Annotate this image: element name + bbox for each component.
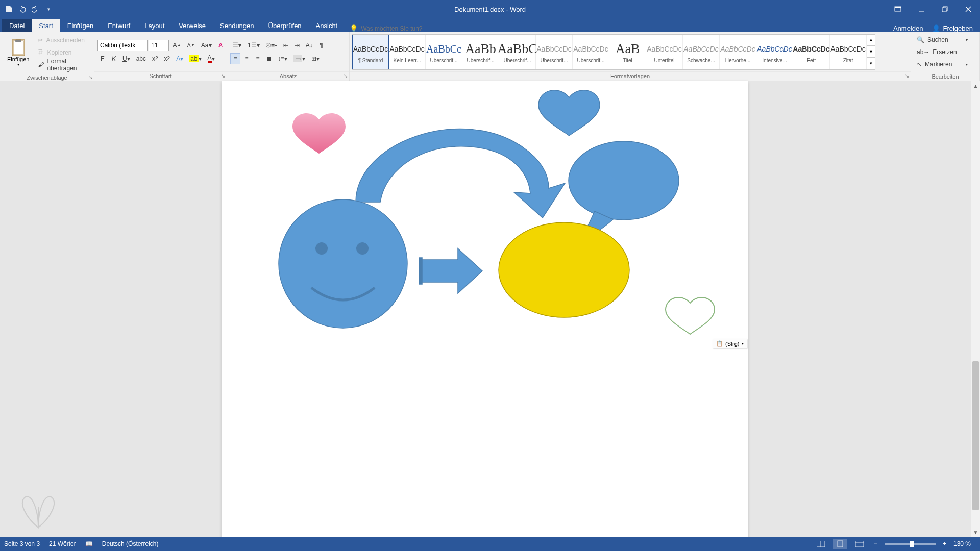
tab-view[interactable]: Ansicht [309,19,345,32]
shape-curved-arrow[interactable] [356,129,565,218]
tab-references[interactable]: Verweise [172,19,213,32]
find-button[interactable]: 🔍Suchen▾ [914,34,970,45]
tab-review[interactable]: Überprüfen [261,19,309,32]
gallery-down-icon[interactable]: ▼ [867,46,875,58]
redo-icon[interactable] [31,5,40,14]
web-layout-button[interactable] [852,539,867,549]
line-spacing-button[interactable]: ↕≡▾ [275,53,290,64]
replace-button[interactable]: ab↔Ersetzen [914,46,970,58]
style-item[interactable]: AaBTitel [609,35,646,69]
align-left-button[interactable]: ≡ [230,53,240,64]
select-button[interactable]: ↖Markieren▾ [914,59,970,70]
scroll-down-icon[interactable]: ▼ [971,528,980,537]
shape-heart-pink[interactable] [292,113,346,154]
share-button[interactable]: 👤 Freigeben [932,24,973,32]
style-item[interactable]: AaBbCcDcIntensive... [756,35,793,69]
change-case-button[interactable]: Aa▾ [199,40,214,51]
font-name-input[interactable] [97,40,148,51]
undo-icon[interactable] [17,5,27,14]
superscript-button[interactable]: x2 [162,53,173,64]
align-right-button[interactable]: ≡ [253,53,263,64]
tell-me-input[interactable] [361,25,463,32]
shape-block-arrow[interactable] [419,248,482,293]
ribbon-display-icon[interactable] [886,0,910,18]
shape-ellipse-yellow[interactable] [499,222,629,317]
text-effects-button[interactable]: A▾ [174,53,186,64]
paragraph-launcher-icon[interactable]: ↘ [344,73,348,79]
paste-options-tag[interactable]: 📋 (Strg) ▾ [713,339,747,348]
scroll-up-icon[interactable]: ▲ [971,81,980,90]
read-mode-button[interactable] [814,539,828,549]
tab-layout[interactable]: Layout [137,19,172,32]
subscript-button[interactable]: x2 [150,53,161,64]
bold-button[interactable]: F [97,53,108,64]
italic-button[interactable]: K [109,53,119,64]
vertical-scrollbar[interactable]: ▲ ▼ [971,81,980,537]
zoom-level[interactable]: 130 % [953,540,976,547]
minimize-icon[interactable] [910,0,933,18]
save-icon[interactable] [4,5,13,14]
paste-button[interactable]: Einfügen ▾ [3,34,33,71]
align-center-button[interactable]: ≡ [241,53,252,64]
status-proofing-icon[interactable]: 📖 [85,540,93,547]
style-item[interactable]: AaBbÜberschrif... [462,35,499,69]
styles-launcher-icon[interactable]: ↘ [905,73,909,79]
style-item[interactable]: AaBbCcDc¶ Standard [352,35,389,69]
grow-font-button[interactable]: A▲ [170,40,184,51]
style-item[interactable]: AaBbCÜberschrif... [499,35,536,69]
tab-mailings[interactable]: Sendungen [213,19,261,32]
borders-button[interactable]: ⊞▾ [309,53,322,64]
font-size-input[interactable] [149,40,169,51]
sign-in-button[interactable]: Anmelden [893,24,923,32]
style-item[interactable]: AaBbCcDcZitat [830,35,867,69]
status-language[interactable]: Deutsch (Österreich) [102,540,159,547]
tab-insert[interactable]: Einfügen [60,19,101,32]
numbering-button[interactable]: 1☰▾ [245,40,262,51]
zoom-in-button[interactable]: + [941,540,948,547]
highlight-button[interactable]: ab▾ [187,53,204,64]
document-page[interactable]: 📋 (Strg) ▾ [222,81,748,550]
sort-button[interactable]: A↓ [303,40,315,51]
format-painter-button[interactable]: 🖌Format übertragen [35,59,96,70]
font-color-button[interactable]: A▾ [205,53,217,64]
copy-button[interactable]: ⿻Kopieren [35,47,96,58]
qat-more-icon[interactable]: ▾ [44,5,53,14]
increase-indent-button[interactable]: ⇥ [292,40,302,51]
gallery-more-icon[interactable]: ▾ [867,58,875,69]
decrease-indent-button[interactable]: ⇤ [281,40,291,51]
close-icon[interactable] [957,0,980,18]
style-item[interactable]: AaBbCcDcHervorhe... [720,35,756,69]
shape-heart-outline[interactable] [666,297,715,334]
styles-gallery[interactable]: AaBbCcDc¶ StandardAaBbCcDcKein Leerr...A… [352,34,875,70]
style-item[interactable]: AaBbCcDcSchwache... [683,35,720,69]
style-item[interactable]: AaBbCcDcFett [793,35,830,69]
font-launcher-icon[interactable]: ↘ [221,73,225,79]
gallery-up-icon[interactable]: ▲ [867,35,875,46]
tab-start[interactable]: Start [32,19,60,32]
shading-button[interactable]: ▭▾ [291,53,308,64]
style-item[interactable]: AaBbCcDcUntertitel [646,35,683,69]
zoom-out-button[interactable]: − [872,540,879,547]
cut-button[interactable]: ✂Ausschneiden [35,35,96,46]
status-page[interactable]: Seite 3 von 3 [4,540,40,547]
shrink-font-button[interactable]: A▼ [185,40,198,51]
tab-file[interactable]: Datei [2,19,32,32]
style-item[interactable]: AaBbCcDcKein Leerr... [389,35,426,69]
style-item[interactable]: AaBbCcDcÜberschrif... [573,35,609,69]
clear-formatting-button[interactable]: A̷ [215,40,226,51]
restore-icon[interactable] [933,0,957,18]
underline-button[interactable]: U▾ [120,53,133,64]
status-words[interactable]: 21 Wörter [49,540,76,547]
clipboard-launcher-icon[interactable]: ↘ [88,74,92,80]
bullets-button[interactable]: ☰▾ [230,40,244,51]
style-item[interactable]: AaBbCcÜberschrif... [426,35,462,69]
justify-button[interactable]: ≣ [264,53,274,64]
zoom-slider[interactable] [885,543,936,545]
tab-design[interactable]: Entwurf [101,19,137,32]
shape-heart-blue[interactable] [538,90,600,136]
multilevel-list-button[interactable]: ⦾☰▾ [263,40,280,51]
style-item[interactable]: AaBbCcDcÜberschrif... [536,35,573,69]
print-layout-button[interactable] [833,539,847,549]
strikethrough-button[interactable]: abc [134,53,149,64]
shape-smiley[interactable] [279,199,407,328]
